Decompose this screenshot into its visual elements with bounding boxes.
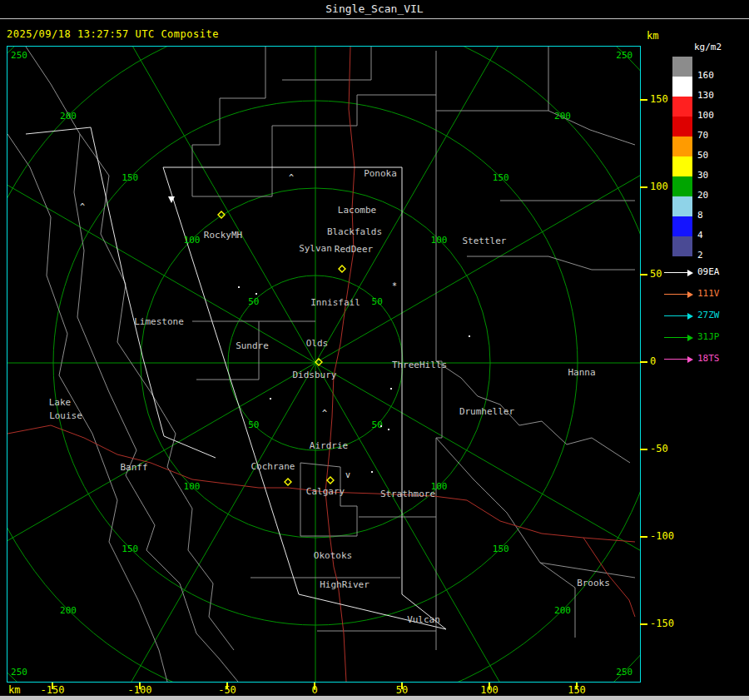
title-separator bbox=[0, 18, 749, 19]
titlebar: Single_Scan_VIL bbox=[0, 0, 749, 18]
colorbar-swatch bbox=[672, 236, 692, 256]
point-marker: v bbox=[345, 470, 350, 479]
bottom-axis-tick-label: 100 bbox=[471, 684, 508, 696]
city-label: Didsbury bbox=[293, 370, 337, 380]
right-axis-tick-label: 150 bbox=[650, 93, 668, 105]
radar-site-marker bbox=[285, 479, 291, 485]
colorbar-value: 30 bbox=[697, 170, 708, 181]
right-axis-unit-label: km bbox=[647, 30, 658, 42]
range-ring-label: 50 bbox=[248, 296, 259, 307]
site-id-label: 111V bbox=[697, 288, 720, 299]
point-marker: ^ bbox=[289, 173, 294, 182]
site-id-label: 31JP bbox=[697, 331, 720, 342]
radar-coverage-outline bbox=[91, 127, 216, 458]
range-ring-label: 250 bbox=[616, 667, 632, 678]
point-marker bbox=[388, 429, 389, 430]
city-label: Hanna bbox=[568, 367, 595, 378]
range-ring-label: 200 bbox=[554, 111, 571, 122]
colorbar-value: 70 bbox=[697, 130, 708, 141]
colorbar-value: 130 bbox=[697, 90, 714, 101]
colorbar-value: 50 bbox=[697, 150, 708, 161]
bottom-axis-tick-label: 50 bbox=[384, 684, 420, 696]
colorbar-swatch bbox=[672, 57, 692, 77]
right-axis-tick-label: 50 bbox=[650, 268, 662, 280]
city-label: Louise bbox=[49, 410, 82, 421]
colorbar-value: 100 bbox=[697, 110, 714, 121]
site-legend-arrow bbox=[664, 294, 687, 295]
point-marker bbox=[380, 425, 382, 427]
county-boundary bbox=[436, 51, 442, 650]
site-id-label: 09EA bbox=[697, 266, 720, 277]
site-legend-arrow bbox=[664, 359, 687, 360]
county-boundary bbox=[272, 95, 436, 196]
city-label: RockyMH bbox=[204, 230, 242, 241]
window-bottom-bar bbox=[0, 696, 749, 700]
city-label: Lake bbox=[49, 397, 72, 408]
right-axis-tick bbox=[640, 274, 647, 276]
right-axis-tick bbox=[640, 449, 647, 450]
city-label: ThreeHills bbox=[392, 360, 447, 370]
city-label: Brooks bbox=[577, 578, 610, 588]
bottom-axis-tick-label: -50 bbox=[209, 684, 246, 696]
city-label: Banff bbox=[120, 462, 147, 473]
point-marker: ^ bbox=[80, 202, 85, 211]
scan-timestamp: 2025/09/18 13:27:57 UTC Composite bbox=[7, 28, 219, 40]
city-label: Sylvan bbox=[299, 243, 332, 254]
site-id-label: 27ZW bbox=[697, 310, 720, 320]
map-frame: 5050505010010010010015015015015020020020… bbox=[7, 46, 641, 683]
right-axis-tick bbox=[640, 623, 647, 625]
colorbar-swatch bbox=[672, 97, 692, 117]
colorbar-value: 4 bbox=[697, 230, 703, 241]
colorbar-swatch bbox=[672, 137, 692, 156]
site-legend-arrow-head bbox=[687, 313, 693, 320]
city-label: Lacombe bbox=[338, 205, 376, 216]
range-ring-label: 200 bbox=[554, 605, 571, 616]
city-label: RedDeer bbox=[335, 244, 374, 255]
point-marker bbox=[371, 471, 373, 473]
city-label: HighRiver bbox=[320, 579, 370, 590]
city-label: Airdrie bbox=[310, 440, 348, 451]
right-axis-tick-label: -100 bbox=[650, 530, 674, 542]
colorbar-swatch bbox=[672, 176, 692, 196]
highway-line bbox=[7, 425, 325, 492]
radar-site-marker bbox=[339, 266, 345, 272]
city-label: Innisfail bbox=[310, 297, 360, 308]
right-axis-tick-label: -150 bbox=[650, 618, 674, 629]
city-label: Calgary bbox=[306, 486, 345, 497]
window-title: Single_Scan_VIL bbox=[325, 2, 423, 15]
range-ring-label: 150 bbox=[493, 172, 509, 183]
city-label: Sundre bbox=[236, 340, 269, 351]
site-legend-arrow bbox=[664, 337, 687, 338]
radar-app-window: Single_Scan_VIL 2025/09/18 13:27:57 UTC … bbox=[0, 0, 749, 700]
city-label: Ponoka bbox=[364, 168, 397, 179]
point-marker bbox=[238, 286, 240, 288]
site-legend-arrow-head bbox=[687, 335, 693, 341]
radar-map-canvas[interactable]: 5050505010010010010015015015015020020020… bbox=[7, 47, 640, 682]
right-axis-tick bbox=[640, 361, 647, 363]
bottom-axis-tick-label: -150 bbox=[34, 684, 71, 696]
city-label: Olds bbox=[306, 338, 329, 349]
city-label: Stettler bbox=[463, 236, 507, 246]
site-legend-arrow-head bbox=[687, 270, 693, 276]
range-ring-label: 250 bbox=[11, 50, 27, 61]
county-boundary bbox=[540, 563, 635, 578]
point-marker bbox=[390, 388, 392, 390]
point-marker: ^ bbox=[322, 409, 327, 418]
range-ring-label: 200 bbox=[60, 605, 77, 616]
county-boundary bbox=[7, 134, 167, 682]
colorbar-swatch bbox=[672, 77, 692, 97]
radar-site-marker bbox=[327, 477, 334, 484]
right-axis-tick-label: 100 bbox=[650, 181, 668, 192]
city-label: Drumheller bbox=[459, 406, 515, 417]
range-ring-label: 250 bbox=[616, 50, 632, 61]
range-ring-label: 150 bbox=[493, 544, 509, 554]
range-ring-label: 200 bbox=[60, 111, 77, 122]
site-id-label: 18TS bbox=[697, 353, 720, 364]
colorbar-value: 2 bbox=[697, 250, 703, 261]
city-label: Cochrane bbox=[251, 461, 295, 472]
city-label: Strathmore bbox=[380, 489, 435, 499]
point-marker bbox=[255, 293, 257, 295]
range-ring-label: 250 bbox=[11, 667, 27, 678]
bottom-axis-tick-label: 150 bbox=[558, 684, 595, 696]
city-label: Vulcan bbox=[407, 614, 440, 625]
